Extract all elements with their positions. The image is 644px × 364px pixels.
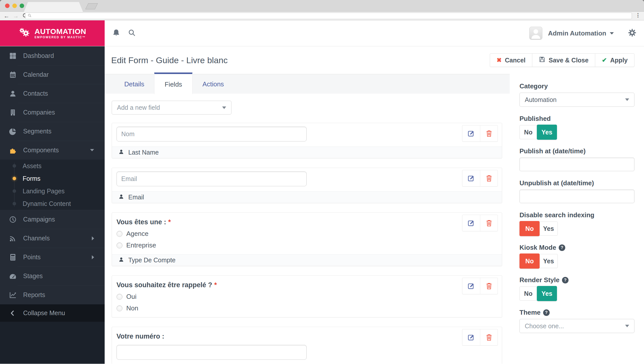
sidebar-item-forms[interactable]: Forms	[0, 172, 105, 185]
add-new-field-placeholder: Add a new field	[117, 104, 160, 111]
cancel-button[interactable]: ✖ Cancel	[490, 53, 532, 67]
sidebar-item-dynamic-content[interactable]: Dynamic Content	[0, 197, 105, 210]
sidebar-item-campaigns[interactable]: Campaigns	[0, 210, 105, 229]
disable-search-yes-button[interactable]: Yes	[539, 222, 558, 236]
bullet-icon	[13, 189, 16, 193]
browser-tab[interactable]	[24, 2, 83, 12]
category-select[interactable]: Automation	[519, 93, 634, 107]
form-field-panel-email: Email	[112, 168, 502, 203]
zoom-window-button[interactable]	[20, 4, 24, 8]
bullet-icon	[13, 202, 16, 205]
tab-fields[interactable]: Fields	[154, 72, 192, 94]
published-yes-button[interactable]: Yes	[537, 125, 557, 140]
field-preview-input[interactable]	[116, 345, 307, 360]
chevron-down-icon[interactable]	[610, 32, 614, 34]
minimize-window-button[interactable]	[12, 4, 17, 8]
bullet-icon	[13, 177, 16, 180]
sidebar-item-label: Landing Pages	[23, 188, 65, 195]
add-new-field-select[interactable]: Add a new field	[112, 101, 231, 115]
delete-field-button[interactable]	[480, 125, 498, 141]
cancel-x-icon: ✖	[497, 57, 502, 64]
forward-icon[interactable]: →	[13, 13, 19, 19]
line-chart-icon	[9, 291, 17, 299]
mapped-field-label: Email	[128, 194, 144, 201]
sidebar-item-assets[interactable]: Assets	[0, 160, 105, 172]
tab-details[interactable]: Details	[114, 74, 154, 94]
save-label: Save & Close	[549, 57, 588, 64]
disable-search-indexing-label: Disable search indexing	[519, 211, 634, 219]
sidebar-item-contacts[interactable]: Contacts	[0, 84, 105, 103]
user-menu[interactable]: Admin Automation	[548, 29, 606, 37]
save-and-close-button[interactable]: Save & Close	[532, 53, 595, 67]
kiosk-no-button[interactable]: No	[519, 253, 540, 269]
delete-field-button[interactable]	[480, 278, 498, 294]
unpublish-at-label: Unpublish at (date/time)	[519, 179, 634, 187]
sidebar-item-segments[interactable]: Segments	[0, 122, 105, 141]
theme-select[interactable]: Choose one...	[519, 319, 634, 333]
edit-field-button[interactable]	[462, 125, 480, 141]
collapse-menu-label: Collapse Menu	[23, 309, 65, 317]
settings-gear-icon[interactable]	[628, 28, 636, 38]
sidebar-item-dashboard[interactable]: Dashboard	[0, 46, 105, 65]
required-asterisk: *	[168, 218, 171, 226]
help-icon[interactable]: ?	[562, 277, 569, 283]
edit-field-button[interactable]	[462, 170, 480, 186]
clock-icon	[9, 216, 17, 223]
radio-icon[interactable]	[116, 294, 123, 300]
rss-icon	[9, 235, 17, 242]
unpublish-at-input[interactable]	[519, 190, 634, 203]
delete-field-button[interactable]	[480, 170, 498, 186]
delete-field-button[interactable]	[480, 215, 498, 231]
publish-at-input[interactable]	[519, 158, 634, 171]
edit-field-button[interactable]	[462, 278, 480, 294]
form-field-panel-type-de-compte: Vous êtes une :* Agence Entreprise	[112, 212, 502, 266]
collapse-menu-button[interactable]: Collapse Menu	[0, 304, 105, 322]
field-preview-input[interactable]	[116, 171, 307, 186]
radio-icon[interactable]	[116, 242, 123, 248]
user-avatar[interactable]	[529, 27, 542, 40]
browser-menu-icon[interactable]: ⋮	[635, 12, 640, 18]
help-icon[interactable]: ?	[559, 244, 565, 251]
help-icon[interactable]: ?	[543, 309, 550, 316]
tab-actions[interactable]: Actions	[192, 74, 234, 94]
field-toolbar	[462, 125, 498, 142]
form-tabs: Details Fields Actions	[105, 74, 510, 94]
apply-label: Apply	[610, 57, 628, 64]
radio-icon[interactable]	[116, 231, 123, 237]
sidebar-item-channels[interactable]: Channels	[0, 229, 105, 248]
sidebar-item-landing-pages[interactable]: Landing Pages	[0, 185, 105, 197]
user-icon	[9, 90, 17, 97]
delete-field-button[interactable]	[480, 329, 498, 345]
radio-option[interactable]: Oui	[116, 293, 497, 301]
sidebar-item-companies[interactable]: Companies	[0, 103, 105, 122]
edit-field-button[interactable]	[462, 215, 480, 231]
chevron-down-icon	[625, 98, 629, 101]
sidebar-item-points[interactable]: Points	[0, 248, 105, 267]
disable-search-no-button[interactable]: No	[519, 221, 540, 236]
brand-logo[interactable]: AUTOMATION EMPOWERED BY MAUTIC™	[0, 20, 105, 46]
radio-option-label: Entreprise	[126, 241, 156, 249]
radio-option[interactable]: Agence	[116, 230, 497, 238]
close-window-button[interactable]	[5, 4, 10, 8]
edit-field-button[interactable]	[462, 329, 480, 345]
sidebar-item-components[interactable]: Components	[0, 141, 105, 160]
address-bar[interactable]	[25, 13, 632, 19]
sidebar-item-stages[interactable]: Stages	[0, 267, 105, 285]
radio-option[interactable]: Entreprise	[116, 241, 497, 249]
field-preview-input[interactable]	[116, 127, 307, 141]
sidebar-item-reports[interactable]: Reports	[0, 285, 105, 304]
new-tab-button[interactable]	[85, 3, 98, 9]
chevron-left-icon	[9, 310, 17, 316]
sidebar-item-calendar[interactable]: Calendar	[0, 65, 105, 84]
chevron-down-icon	[90, 149, 94, 151]
render-style-yes-button[interactable]: Yes	[537, 286, 557, 301]
notifications-bell-icon[interactable]	[112, 29, 120, 38]
published-no-button[interactable]: No	[519, 125, 537, 139]
global-search-icon[interactable]	[128, 29, 136, 38]
radio-icon[interactable]	[116, 305, 123, 311]
kiosk-yes-button[interactable]: Yes	[539, 254, 558, 268]
apply-button[interactable]: ✔ Apply	[595, 53, 634, 67]
radio-option[interactable]: Non	[116, 304, 497, 312]
render-style-no-button[interactable]: No	[519, 286, 537, 301]
back-icon[interactable]: ←	[4, 13, 9, 19]
